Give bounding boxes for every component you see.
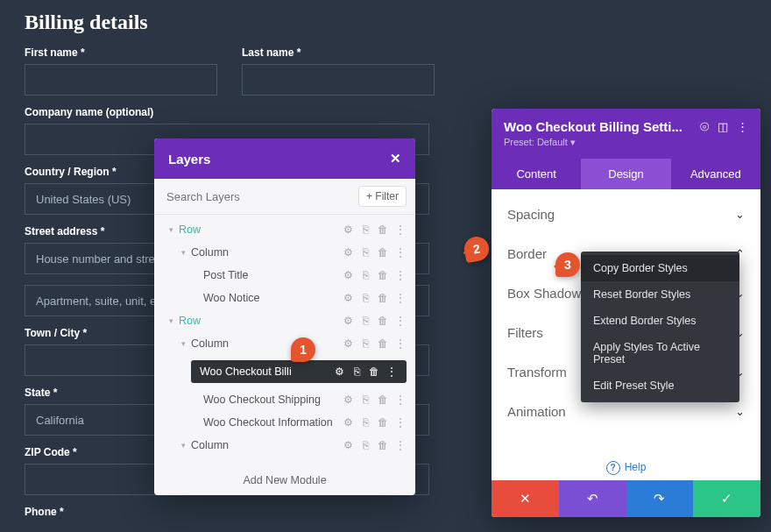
section-label: Spacing bbox=[507, 207, 555, 222]
context-item[interactable]: Edit Preset Style bbox=[581, 372, 739, 399]
gear-icon[interactable]: ⚙ bbox=[342, 223, 354, 236]
settings-title: Woo Checkout Billing Setti... bbox=[504, 119, 691, 134]
more-icon[interactable]: ⋮ bbox=[394, 394, 407, 406]
add-new-module[interactable]: Add New Module bbox=[154, 465, 415, 495]
undo-button[interactable]: ↶ bbox=[559, 480, 626, 517]
trash-icon[interactable]: 🗑 bbox=[377, 394, 389, 406]
chevron-icon[interactable]: ▾ bbox=[166, 225, 175, 234]
section-label: Filters bbox=[507, 325, 543, 340]
last-name-input[interactable] bbox=[242, 64, 435, 96]
trash-icon[interactable]: 🗑 bbox=[377, 223, 389, 236]
tab-content[interactable]: Content bbox=[492, 159, 581, 189]
layers-search-input[interactable] bbox=[163, 187, 358, 207]
cancel-button[interactable]: ✕ bbox=[492, 480, 559, 517]
more-icon[interactable]: ⋮ bbox=[394, 416, 407, 429]
more-icon[interactable]: ⋮ bbox=[394, 292, 407, 304]
chevron-icon[interactable]: ▾ bbox=[179, 248, 187, 257]
settings-tabs: ContentDesignAdvanced bbox=[492, 159, 760, 189]
layer-item[interactable]: ▾Column⚙⎘🗑⋮ bbox=[154, 241, 415, 264]
more-icon[interactable]: ⋮ bbox=[737, 120, 748, 133]
save-button[interactable]: ✓ bbox=[693, 480, 760, 517]
layer-item[interactable]: Woo Checkout Information⚙⎘🗑⋮ bbox=[154, 411, 415, 434]
more-icon[interactable]: ⋮ bbox=[394, 315, 407, 327]
gear-icon[interactable]: ⚙ bbox=[342, 394, 354, 406]
layer-item[interactable]: ▾Row⚙⎘🗑⋮ bbox=[154, 218, 415, 241]
layer-label: Woo Checkout Billi bbox=[200, 365, 333, 378]
trash-icon[interactable]: 🗑 bbox=[377, 269, 389, 281]
trash-icon[interactable]: 🗑 bbox=[377, 416, 389, 429]
gear-icon[interactable]: ⚙ bbox=[342, 269, 354, 281]
more-icon[interactable]: ⋮ bbox=[394, 337, 407, 350]
layer-item[interactable]: ▾Column⚙⎘🗑⋮ bbox=[154, 332, 415, 355]
context-item[interactable]: Reset Border Styles bbox=[581, 281, 739, 308]
layer-label: Row bbox=[179, 315, 342, 327]
trash-icon[interactable]: 🗑 bbox=[377, 315, 389, 327]
duplicate-icon[interactable]: ⎘ bbox=[359, 315, 371, 327]
layers-tree: ▾Row⚙⎘🗑⋮▾Column⚙⎘🗑⋮Post Title⚙⎘🗑⋮Woo Not… bbox=[154, 215, 415, 465]
layer-item[interactable]: Post Title⚙⎘🗑⋮ bbox=[154, 264, 415, 287]
focus-icon[interactable]: ⦾ bbox=[700, 120, 709, 134]
layer-label: Woo Checkout Shipping bbox=[203, 394, 342, 406]
help-link[interactable]: Help bbox=[492, 456, 760, 480]
chevron-icon[interactable]: ▾ bbox=[166, 316, 175, 325]
layer-item[interactable]: ▾Column⚙⎘🗑⋮ bbox=[154, 434, 415, 457]
layer-item[interactable]: Woo Notice⚙⎘🗑⋮ bbox=[154, 287, 415, 309]
gear-icon[interactable]: ⚙ bbox=[342, 439, 354, 451]
close-icon[interactable]: ✕ bbox=[390, 151, 401, 167]
layer-item[interactable]: Woo Checkout Shipping⚙⎘🗑⋮ bbox=[154, 388, 415, 411]
section-label: Transform bbox=[507, 365, 567, 379]
section-label: Box Shadow bbox=[507, 286, 581, 301]
gear-icon[interactable]: ⚙ bbox=[342, 315, 354, 327]
more-icon[interactable]: ⋮ bbox=[386, 365, 398, 378]
first-name-label: First name * bbox=[25, 46, 217, 59]
section-label: Border bbox=[507, 246, 547, 261]
duplicate-icon[interactable]: ⎘ bbox=[359, 246, 371, 259]
gear-icon[interactable]: ⚙ bbox=[342, 292, 354, 304]
section-spacing[interactable]: Spacing⌄ bbox=[502, 195, 750, 234]
context-item[interactable]: Copy Border Styles bbox=[581, 255, 739, 281]
layer-item[interactable]: ▾Row⚙⎘🗑⋮ bbox=[154, 309, 415, 332]
gear-icon[interactable]: ⚙ bbox=[342, 416, 354, 429]
expand-icon[interactable]: ◫ bbox=[718, 120, 728, 133]
annotation-badge-1: 1 bbox=[291, 337, 315, 362]
layer-label: Woo Notice bbox=[203, 292, 342, 304]
duplicate-icon[interactable]: ⎘ bbox=[359, 292, 371, 304]
gear-icon[interactable]: ⚙ bbox=[342, 246, 354, 259]
trash-icon[interactable]: 🗑 bbox=[377, 439, 389, 451]
more-icon[interactable]: ⋮ bbox=[394, 439, 407, 451]
layers-panel: Layers ✕ + Filter ▾Row⚙⎘🗑⋮▾Column⚙⎘🗑⋮Pos… bbox=[154, 138, 415, 495]
gear-icon[interactable]: ⚙ bbox=[342, 337, 354, 350]
duplicate-icon[interactable]: ⎘ bbox=[359, 394, 371, 406]
chevron-icon[interactable]: ▾ bbox=[179, 339, 187, 348]
layer-item[interactable]: Woo Checkout Billi⚙⎘🗑⋮ bbox=[154, 355, 415, 388]
section-label: Animation bbox=[507, 404, 566, 419]
chevron-down-icon: ⌄ bbox=[735, 405, 745, 418]
trash-icon[interactable]: 🗑 bbox=[377, 246, 389, 259]
annotation-badge-3: 3 bbox=[555, 252, 580, 277]
chevron-icon[interactable]: ▾ bbox=[179, 441, 187, 450]
duplicate-icon[interactable]: ⎘ bbox=[359, 223, 371, 236]
redo-button[interactable]: ↷ bbox=[626, 480, 694, 517]
layer-label: Column bbox=[191, 337, 342, 350]
chevron-down-icon: ⌄ bbox=[735, 208, 745, 221]
trash-icon[interactable]: 🗑 bbox=[377, 337, 389, 350]
more-icon[interactable]: ⋮ bbox=[394, 246, 407, 259]
filter-button[interactable]: + Filter bbox=[358, 186, 407, 207]
trash-icon[interactable]: 🗑 bbox=[377, 292, 389, 304]
duplicate-icon[interactable]: ⎘ bbox=[359, 269, 371, 281]
trash-icon[interactable]: 🗑 bbox=[368, 365, 380, 378]
tab-advanced[interactable]: Advanced bbox=[671, 159, 760, 189]
page-title: Billing details bbox=[25, 11, 746, 34]
context-item[interactable]: Apply Styles To Active Preset bbox=[581, 334, 739, 372]
duplicate-icon[interactable]: ⎘ bbox=[359, 439, 371, 451]
tab-design[interactable]: Design bbox=[581, 159, 670, 189]
preset-label[interactable]: Preset: Default ▾ bbox=[504, 137, 748, 148]
duplicate-icon[interactable]: ⎘ bbox=[359, 416, 371, 429]
duplicate-icon[interactable]: ⎘ bbox=[350, 365, 363, 378]
gear-icon[interactable]: ⚙ bbox=[333, 365, 345, 378]
duplicate-icon[interactable]: ⎘ bbox=[359, 337, 371, 350]
more-icon[interactable]: ⋮ bbox=[394, 269, 407, 281]
context-item[interactable]: Extend Border Styles bbox=[581, 308, 739, 334]
first-name-input[interactable] bbox=[25, 64, 217, 96]
more-icon[interactable]: ⋮ bbox=[394, 223, 407, 236]
